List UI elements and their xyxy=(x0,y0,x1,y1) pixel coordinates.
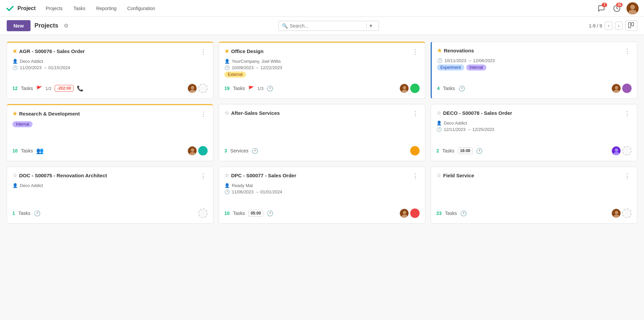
card-menu-9[interactable]: ⋮ xyxy=(623,172,632,180)
card-menu-1[interactable]: ⋮ xyxy=(199,48,208,55)
card-footer-6: 2 Tasks 16:00 🕐 xyxy=(436,143,632,155)
svg-point-23 xyxy=(403,211,406,214)
new-button[interactable]: New xyxy=(7,20,31,31)
people-icon-4: 👥 xyxy=(36,147,44,154)
avatar-image xyxy=(627,2,639,14)
card-title-7: ☆ DOC - S00075 - Renovation Architect xyxy=(12,172,107,179)
star-icon-1[interactable]: ★ xyxy=(12,48,17,54)
pagination: 1-9 / 9 ‹ › xyxy=(589,20,637,31)
project-card-6: ☆ DECO - S00078 - Sales Order ⋮ 👤 Deco A… xyxy=(431,104,637,161)
card-header-4: ★ Research & Development ⋮ xyxy=(12,110,208,118)
cards-grid: ★ AGR - S00076 - Sales Order ⋮ 👤 Deco Ad… xyxy=(0,35,644,230)
star-icon-6[interactable]: ☆ xyxy=(436,110,441,116)
star-icon-7[interactable]: ☆ xyxy=(12,172,17,179)
card-footer-5: 3 Services 🕐 xyxy=(224,143,420,155)
time-icon-2: 🕐 xyxy=(267,85,273,92)
clock-meta-icon-3: 🕐 xyxy=(437,58,442,63)
star-icon-8[interactable]: ☆ xyxy=(224,172,229,179)
star-icon-3[interactable]: ★ xyxy=(437,47,442,54)
card-avatars-7 xyxy=(198,209,208,218)
card-header-6: ☆ DECO - S00078 - Sales Order ⋮ xyxy=(436,110,632,117)
card-header-3: ★ Renovations ⋮ xyxy=(437,47,632,55)
project-card-7: ☆ DOC - S00075 - Renovation Architect ⋮ … xyxy=(7,167,213,224)
card-footer-1: 12 Tasks 🚩 1/2 -202:00 📞 xyxy=(12,81,208,93)
svg-rect-5 xyxy=(629,22,631,28)
card-footer-3: 4 Tasks 🕐 xyxy=(437,81,632,93)
svg-point-11 xyxy=(403,86,406,89)
person-icon-2: 👤 xyxy=(224,59,230,64)
card-avatars-6 xyxy=(611,146,632,155)
card-menu-3[interactable]: ⋮ xyxy=(623,47,632,55)
card-footer-9: 23 Tasks 🕐 xyxy=(436,206,632,218)
avatar-dot-green-2 xyxy=(410,84,420,93)
card-meta-3: 🕐 10/11/2023 → 12/06/2023 Experiment Int… xyxy=(437,58,632,71)
messages-icon-button[interactable]: 7 xyxy=(596,3,607,14)
avatar-empty-1 xyxy=(198,84,208,93)
toolbar: New Projects ⚙ 🔍 ▼ 1-9 / 9 ‹ › xyxy=(0,17,644,35)
time-icon-9: 🕐 xyxy=(460,210,467,217)
phone-icon-1: 📞 xyxy=(77,85,84,92)
nav-projects[interactable]: Projects xyxy=(41,4,67,13)
topnav-menu: Projects Tasks Reporting Configuration xyxy=(41,4,596,13)
card-menu-5[interactable]: ⋮ xyxy=(411,110,420,117)
avatar-face-3 xyxy=(611,84,621,93)
settings-icon[interactable]: ⚙ xyxy=(64,22,68,29)
star-icon-2[interactable]: ★ xyxy=(224,48,229,54)
search-input[interactable] xyxy=(290,23,365,29)
card-avatars-5 xyxy=(410,146,420,155)
card-menu-2[interactable]: ⋮ xyxy=(411,48,420,55)
avatar-face-2 xyxy=(399,84,409,93)
project-card-3: ★ Renovations ⋮ 🕐 10/11/2023 → 12/06/202… xyxy=(431,42,637,99)
avatar-empty-7 xyxy=(198,209,208,218)
card-footer-7: 1 Tasks 🕐 xyxy=(12,206,208,218)
tag-internal-4: Internal xyxy=(12,121,33,127)
page-title: Projects xyxy=(35,22,58,29)
topnav-right: 7 35 xyxy=(596,2,639,14)
prev-page-button[interactable]: ‹ xyxy=(605,21,612,30)
card-menu-8[interactable]: ⋮ xyxy=(411,172,420,180)
avatar-face-4 xyxy=(187,146,197,155)
card-meta-4: Internal xyxy=(12,121,208,127)
pagination-label: 1-9 / 9 xyxy=(589,23,602,29)
clock-meta-icon-2: 🕐 xyxy=(224,65,230,70)
svg-point-14 xyxy=(615,86,618,89)
svg-rect-6 xyxy=(632,22,634,26)
card-footer-4: 10 Tasks 👥 xyxy=(12,143,208,155)
clock-icon-button[interactable]: 35 xyxy=(611,3,623,14)
user-avatar[interactable] xyxy=(627,2,639,14)
card-menu-7[interactable]: ⋮ xyxy=(199,172,208,180)
tag-external-2: External xyxy=(224,72,246,78)
next-page-button[interactable]: › xyxy=(615,21,623,30)
time-icon-8: 🕐 xyxy=(267,210,273,217)
svg-point-26 xyxy=(615,211,618,214)
view-toggle-button[interactable] xyxy=(625,20,637,31)
card-title-9: ☆ Field Service xyxy=(436,172,474,179)
nav-tasks[interactable]: Tasks xyxy=(69,4,90,13)
app-logo[interactable]: Project xyxy=(5,4,36,13)
card-avatars-2 xyxy=(399,84,420,93)
nav-reporting[interactable]: Reporting xyxy=(92,4,121,13)
nav-configuration[interactable]: Configuration xyxy=(122,4,160,13)
card-meta-2: 👤 YourCompany, Joel Willis 🕐 10/09/2023 … xyxy=(224,59,420,78)
card-menu-4[interactable]: ⋮ xyxy=(199,110,208,118)
search-bar: 🔍 ▼ xyxy=(278,21,379,31)
star-icon-9[interactable]: ☆ xyxy=(436,172,441,179)
project-card-5: ☆ After-Sales Services ⋮ 3 Services 🕐 xyxy=(219,104,425,161)
time-icon-5: 🕐 xyxy=(252,148,258,154)
avatar-dot-red-8 xyxy=(410,209,420,218)
card-menu-6[interactable]: ⋮ xyxy=(623,110,632,117)
search-dropdown-icon[interactable]: ▼ xyxy=(366,23,375,29)
star-icon-4[interactable]: ★ xyxy=(12,110,17,117)
card-title-5: ☆ After-Sales Services xyxy=(224,110,280,116)
person-icon-6: 👤 xyxy=(436,121,442,126)
avatar-face-1 xyxy=(187,84,197,93)
avatar-dot-teal-4 xyxy=(198,146,208,155)
card-avatars-4 xyxy=(187,146,208,155)
star-icon-5[interactable]: ☆ xyxy=(224,110,229,116)
time-icon-7: 🕐 xyxy=(34,210,41,217)
time-icon-3: 🕐 xyxy=(459,85,465,92)
card-header-7: ☆ DOC - S00075 - Renovation Architect ⋮ xyxy=(12,172,208,180)
card-meta-7: 👤 Deco Addict xyxy=(12,183,208,188)
card-meta-1: 👤 Deco Addict 🕐 11/20/2023 → 01/15/2024 xyxy=(12,59,208,70)
card-header-8: ☆ DPC - S00077 - Sales Order ⋮ xyxy=(224,172,420,180)
